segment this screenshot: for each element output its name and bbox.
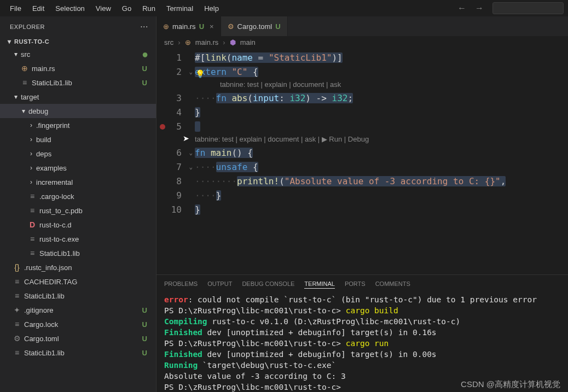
tree-item[interactable]: ✦.gitignoreU — [0, 303, 156, 317]
tree-item[interactable]: ⊕main.rsU — [0, 61, 156, 75]
terminal-line: Finished dev [unoptimized + debuginfo] t… — [164, 327, 560, 338]
menu-run[interactable]: Run — [137, 2, 161, 15]
watermark: CSDN @高精度计算机视觉 — [461, 379, 560, 390]
explorer-title: EXPLORER — [10, 24, 45, 30]
git-status: U — [142, 79, 149, 87]
tree-item[interactable]: ≡rust-to-c.exe — [0, 232, 156, 246]
tree-label: .fingerprint — [36, 121, 149, 130]
tree-item[interactable]: ≡.cargo-lock — [0, 189, 156, 203]
codelens[interactable]: tabnine: test | explain | document | ask — [195, 79, 568, 91]
menu-terminal[interactable]: Terminal — [161, 2, 199, 15]
editor-body[interactable]: 1 2⌄💡 3 4 5 6⌄ 7⌄ 8 9 10 ➤ #[link(name =… — [157, 49, 568, 274]
lightbulb-icon[interactable]: 💡 — [195, 67, 205, 81]
tree-item[interactable]: {}.rustc_info.json — [0, 260, 156, 274]
breadcrumb[interactable]: src › ⊕ main.rs › ⬢ main — [157, 36, 568, 49]
tree-label: Cargo.toml — [24, 335, 142, 343]
terminal-line: Finished dev [unoptimized + debuginfo] t… — [164, 349, 560, 360]
menu-bar: FileEditSelectionViewGoRunTerminalHelp ←… — [0, 0, 568, 16]
symbol-icon: ⬢ — [230, 38, 236, 46]
breakpoint-icon[interactable] — [160, 124, 165, 130]
close-icon[interactable]: × — [210, 22, 214, 31]
tree-label: StaticLib1.lib — [39, 249, 149, 258]
git-status: U — [142, 320, 149, 329]
rust-icon: ⊕ — [20, 64, 30, 73]
cursor-icon: ➤ — [183, 134, 189, 143]
project-header[interactable]: ▾ RUST-TO-C — [0, 36, 156, 47]
menu-edit[interactable]: Edit — [27, 2, 50, 15]
tree-item[interactable]: ›incremental — [0, 175, 156, 189]
lib-icon: ≡ — [27, 249, 37, 258]
tree-label: deps — [36, 150, 149, 158]
panel-tab-comments[interactable]: COMMENTS — [375, 279, 410, 289]
tree-item[interactable]: ⚙Cargo.tomlU — [0, 331, 156, 346]
tree-label: src — [21, 50, 142, 58]
tree-item[interactable]: ›.fingerprint — [0, 118, 156, 132]
project-name: RUST-TO-C — [14, 38, 49, 45]
tree-label: build — [36, 136, 149, 144]
tab-main.rs[interactable]: ⊕main.rsU× — [157, 16, 221, 36]
lib-icon: ≡ — [27, 192, 37, 201]
tab-label: Cargo.toml — [237, 22, 273, 31]
panel-tab-ports[interactable]: PORTS — [345, 279, 366, 289]
tree-item[interactable]: ≡StaticLib1.libU — [0, 346, 156, 360]
menu-go[interactable]: Go — [117, 2, 137, 15]
tree-label: main.rs — [32, 65, 142, 73]
code-content[interactable]: #[link(name = "StaticLib1")] extern "C" … — [195, 49, 568, 274]
panel-tab-debug-console[interactable]: DEBUG CONSOLE — [242, 279, 294, 289]
tree-item[interactable]: Drust-to-c.d — [0, 218, 156, 232]
git-status: U — [199, 22, 204, 31]
lib-icon: ≡ — [27, 206, 37, 215]
tree-item[interactable]: ▾src● — [0, 47, 156, 61]
tree-item[interactable]: ›examples — [0, 161, 156, 175]
chevron-icon: › — [27, 136, 35, 143]
tree-label: rust_to_c.pdb — [39, 207, 149, 215]
lib-icon: ≡ — [20, 78, 30, 87]
breadcrumb-file: main.rs — [195, 38, 219, 46]
panel-tab-output[interactable]: OUTPUT — [207, 279, 232, 289]
nav-fwd-icon[interactable]: → — [471, 1, 488, 15]
chevron-icon: › — [27, 178, 35, 186]
terminal-line: PS D:\zRustProg\libc-mc001\rust-to-c> ca… — [164, 338, 560, 349]
panel-tabs: PROBLEMSOUTPUTDEBUG CONSOLETERMINALPORTS… — [157, 275, 568, 293]
tree-item[interactable]: ≡StaticLib1.lib — [0, 289, 156, 303]
terminal[interactable]: error: could not compile `rust-to-c` (bi… — [157, 293, 568, 392]
git-icon: ✦ — [12, 306, 22, 314]
tree-item[interactable]: ≡Cargo.lockU — [0, 317, 156, 331]
d-icon: D — [27, 220, 37, 229]
git-status: U — [142, 306, 149, 314]
tree-item[interactable]: ≡StaticLib1.lib — [0, 246, 156, 260]
tree-item[interactable]: ≡CACHEDIR.TAG — [0, 274, 156, 289]
explorer-more-icon[interactable]: ··· — [140, 22, 148, 32]
fold-icon[interactable]: ⌄ — [189, 146, 193, 160]
chevron-down-icon: ▾ — [5, 38, 13, 45]
tree-label: incremental — [36, 178, 149, 186]
tree-label: StaticLib1.lib — [24, 349, 142, 357]
panel-tab-problems[interactable]: PROBLEMS — [164, 279, 198, 289]
tab-bar: ⊕main.rsU×⚙Cargo.tomlU — [157, 16, 568, 36]
menu-selection[interactable]: Selection — [50, 2, 90, 15]
lib-icon: ≡ — [12, 348, 22, 357]
menu-help[interactable]: Help — [199, 2, 224, 15]
tree-item[interactable]: ≡rust_to_c.pdb — [0, 203, 156, 218]
fold-icon[interactable]: ⌄ — [189, 65, 193, 79]
tree-item[interactable]: ▾target — [0, 90, 156, 104]
tree-item[interactable]: ›build — [0, 132, 156, 147]
panel-tab-terminal[interactable]: TERMINAL — [304, 279, 335, 289]
tree-item[interactable]: ▾debug — [0, 104, 156, 118]
breadcrumb-src: src — [164, 38, 173, 46]
tree-item[interactable]: ›deps — [0, 147, 156, 161]
file-icon: ⚙ — [228, 22, 234, 31]
editor-area: ⊕main.rsU×⚙Cargo.tomlU src › ⊕ main.rs ›… — [157, 16, 568, 392]
chevron-icon: ▾ — [12, 50, 20, 58]
menu-file[interactable]: File — [4, 2, 27, 15]
fold-icon[interactable]: ⌄ — [189, 160, 193, 174]
tree-label: CACHEDIR.TAG — [24, 278, 149, 286]
tab-Cargo.toml[interactable]: ⚙Cargo.tomlU — [221, 16, 288, 36]
nav-back-icon[interactable]: ← — [453, 1, 471, 15]
terminal-line: Running `target\debug\rust-to-c.exe` — [164, 360, 560, 371]
tree-item[interactable]: ≡StaticLib1.libU — [0, 75, 156, 90]
command-center-input[interactable] — [492, 2, 564, 14]
breadcrumb-symbol: main — [240, 38, 256, 46]
menu-view[interactable]: View — [90, 2, 117, 15]
codelens[interactable]: tabnine: test | explain | document | ask… — [195, 134, 568, 146]
